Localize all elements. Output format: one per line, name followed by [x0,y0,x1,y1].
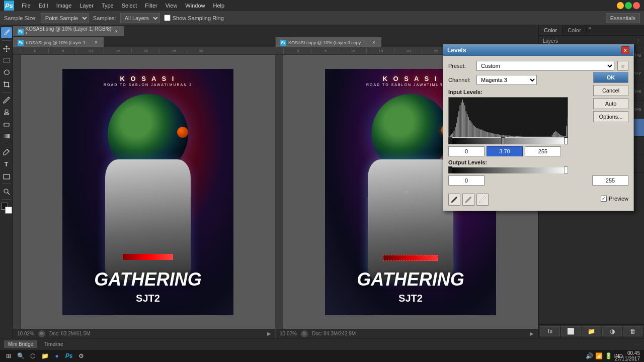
output-min-val[interactable]: 0 [448,175,485,186]
input-mid-val[interactable]: 3.70 [487,146,523,156]
document-tab-1[interactable]: Ps KOSASI.png @ 10% (Layer 1, RGB/8) * × [13,26,124,36]
maximize-btn[interactable] [625,2,632,9]
show-sampling-ring-checkbox[interactable] [164,15,171,21]
create-adjustment-btn[interactable]: ◑ [602,326,622,336]
output-white-thumb[interactable] [564,166,568,173]
shape-tool[interactable] [1,170,12,182]
nav-btn-2[interactable]: ▶ [530,331,534,336]
panel-1-close[interactable]: × [93,40,99,46]
tool-separator-5 [2,199,11,200]
samples-select[interactable]: All Layers [120,13,160,23]
doc-info-1: Doc: 63.2M/61.5M [49,331,91,336]
input-max-val[interactable]: 255 [525,146,561,156]
add-layer-style-btn[interactable]: fx [540,326,560,336]
input-white-thumb[interactable] [564,137,568,144]
network-icon[interactable]: 📶 [595,352,603,359]
zoom-tool[interactable] [1,186,12,197]
battery-icon[interactable]: 🔋 [605,352,612,359]
panel-tab-color[interactable]: Color [539,25,562,35]
input-min-val[interactable]: 0 [448,146,485,156]
background-color[interactable] [5,207,12,214]
foreground-background-colors[interactable] [1,203,12,214]
output-black-thumb[interactable] [448,166,452,173]
canvas-content-1[interactable]: K O S A S I ROAD TO SABLON JAWATIMURAN 2… [13,55,275,329]
chrome-btn[interactable]: ● [52,351,61,360]
levels-ok-btn[interactable]: OK [593,72,628,83]
taskbar: ⊞ 🔍 ⬡ 📁 ● Ps ⚙ 🔊 📶 🔋 IND 00.45 27/11/201… [0,350,644,362]
levels-right-buttons: OK Cancel Auto Options... [593,72,628,122]
close-btn[interactable] [633,2,640,9]
panel-tabs: Color Color » [539,25,644,36]
panel-1-doc-tab[interactable]: Ps KOSASI.png @ 10% (Layer 1, RGB/8) * × [13,37,104,47]
pen-tool[interactable] [1,146,12,157]
levels-options-btn[interactable]: Options... [593,111,628,122]
menu-file[interactable]: File [18,2,34,10]
search-btn[interactable]: 🔍 [16,351,25,360]
panel-tab-swatches[interactable]: Color [562,25,586,35]
canvas-status-2: 10.02% ⚙ Doc: 84.3M/242.9M ▶ [276,329,538,338]
preview-checkbox[interactable]: ✓ [601,196,607,202]
marquee-tool[interactable] [1,55,12,66]
cortana-btn[interactable]: ⬡ [28,351,37,360]
ruler-mark2-15: 15 [366,49,394,53]
menu-type[interactable]: Type [98,2,117,10]
doc-tab-1-close[interactable]: × [113,29,119,35]
eyedropper-tool[interactable] [1,27,12,38]
menu-edit[interactable]: Edit [35,2,52,10]
channel-select[interactable]: Magenta 3 [476,75,537,85]
crop-tool[interactable] [1,79,12,90]
ps-taskbar-btn[interactable]: Ps [64,351,73,360]
eraser-tool[interactable] [1,119,12,130]
delete-layer-btn[interactable]: 🗑 [623,326,642,336]
panel-resize-icon[interactable]: ⋯ [635,341,640,347]
input-mid-thumb[interactable] [501,137,505,144]
poster-2-astronaut [368,159,453,280]
sample-size-select[interactable]: Point Sample [41,13,89,23]
start-btn[interactable]: ⊞ [4,351,13,360]
menu-layer[interactable]: Layer [76,2,97,10]
menu-help[interactable]: Help [209,2,228,10]
menu-view[interactable]: View [162,2,181,10]
panel-options-icon[interactable]: ≡ [637,38,640,44]
input-slider[interactable] [448,138,568,144]
create-group-btn[interactable]: 📁 [582,326,601,336]
levels-close-btn[interactable]: × [621,46,629,54]
mini-bridge-tab[interactable]: Mini Bridge [4,340,37,348]
brush-tool[interactable] [1,95,12,106]
nav-btn-1[interactable]: ▶ [267,331,271,336]
ruler-mark-25: 25 [159,49,187,53]
output-slider[interactable] [448,167,568,173]
settings-btn[interactable]: ⚙ [76,351,86,360]
ruler-mark2-10: 10 [339,49,366,53]
panel-2-close[interactable]: × [371,40,377,46]
panel-2-doc-tab[interactable]: Ps KOSASI copy @ 10% (Layer 0 copy, Mage… [276,37,381,47]
levels-cancel-btn[interactable]: Cancel [593,85,628,96]
show-sampling-ring-label[interactable]: Show Sampling Ring [164,15,224,21]
eyedropper-white-btn[interactable] [476,194,489,206]
file-explorer-btn[interactable]: 📁 [40,351,49,360]
eyedropper-gray-btn[interactable] [462,194,474,206]
menu-window[interactable]: Window [182,2,208,10]
preset-select[interactable]: Custom [476,61,614,71]
input-black-thumb[interactable] [448,137,452,144]
output-max-val[interactable]: 255 [592,175,628,186]
levels-auto-btn[interactable]: Auto [593,98,628,109]
timeline-tab[interactable]: Timeline [40,340,67,348]
essentials-btn[interactable]: Essentials [606,13,640,23]
gradient-tool[interactable] [1,131,12,142]
stamp-tool[interactable] [1,107,12,118]
panel-collapse[interactable]: » [587,25,594,35]
type-tool[interactable]: T [1,158,12,169]
menu-image[interactable]: Image [53,2,75,10]
menu-filter[interactable]: Filter [141,2,160,10]
lasso-tool[interactable] [1,67,12,78]
eyedropper-black-btn[interactable] [448,194,460,206]
preset-options-btn[interactable]: ≡ [617,61,628,71]
move-tool[interactable] [1,43,12,54]
clock-area[interactable]: 00.45 27/11/2017 [615,350,640,361]
volume-icon[interactable]: 🔊 [586,352,593,359]
menu-select[interactable]: Select [118,2,141,10]
minimize-btn[interactable] [617,2,624,9]
add-mask-btn[interactable]: ⬜ [561,326,581,336]
canvas-ruler-1: 0 5 10 15 20 25 30 [13,47,275,55]
